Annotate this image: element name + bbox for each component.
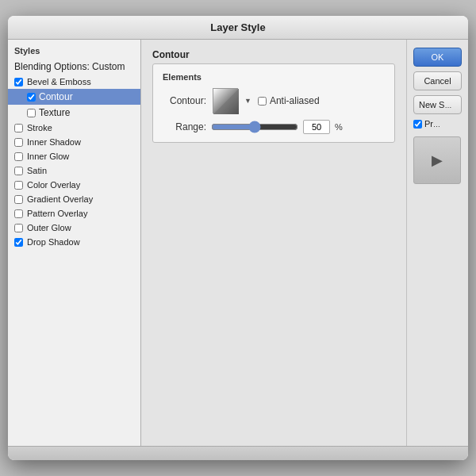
elements-section: Elements Contour:: [152, 63, 395, 143]
inner-shadow-checkbox[interactable]: [14, 138, 23, 147]
range-row: Range: %: [163, 120, 385, 134]
dialog-content: Styles Blending Options: Custom Bevel & …: [8, 40, 468, 446]
range-slider[interactable]: [211, 121, 298, 132]
main-content-panel: Contour Elements Contour:: [141, 40, 406, 446]
anti-aliased-label: Anti-aliased: [270, 95, 320, 106]
styles-header: Styles: [8, 43, 140, 59]
gradient-overlay-label: Gradient Overlay: [27, 194, 93, 204]
blending-options-label: Blending Options: Custom: [14, 61, 125, 72]
range-value-input[interactable]: [303, 120, 330, 134]
inner-shadow-label: Inner Shadow: [27, 137, 81, 147]
preview-box[interactable]: ▶: [413, 136, 461, 184]
sidebar-item-outer-glow[interactable]: Outer Glow: [8, 221, 140, 235]
sidebar-item-drop-shadow[interactable]: Drop Shadow: [8, 235, 140, 249]
sidebar-item-inner-shadow[interactable]: Inner Shadow: [8, 135, 140, 149]
contour-checkbox[interactable]: [27, 93, 36, 102]
sidebar-item-satin[interactable]: Satin: [8, 163, 140, 178]
gradient-overlay-checkbox[interactable]: [14, 195, 23, 204]
inner-glow-label: Inner Glow: [27, 152, 69, 161]
drop-shadow-label: Drop Shadow: [27, 237, 80, 247]
satin-checkbox[interactable]: [14, 167, 23, 175]
action-buttons-panel: OK Cancel New S… Pr… ▶: [406, 40, 468, 446]
bottom-bar: [8, 446, 468, 460]
preview-option[interactable]: Pr…: [413, 119, 462, 129]
bevel-emboss-label: Bevel & Emboss: [27, 77, 91, 86]
texture-label: Texture: [39, 107, 70, 118]
drop-shadow-checkbox[interactable]: [14, 238, 23, 247]
sidebar-item-stroke[interactable]: Stroke: [8, 121, 140, 135]
sidebar-item-inner-glow[interactable]: Inner Glow: [8, 149, 140, 163]
contour-label: Contour: [39, 91, 73, 102]
contour-thumbnail-svg: [213, 89, 239, 114]
dialog-title: Layer Style: [8, 16, 468, 40]
section-title: Contour: [152, 49, 395, 60]
sidebar-item-texture[interactable]: Texture: [8, 105, 140, 121]
new-style-button[interactable]: New S…: [413, 95, 462, 114]
styles-panel: Styles Blending Options: Custom Bevel & …: [8, 40, 141, 446]
color-overlay-checkbox[interactable]: [14, 181, 23, 190]
anti-aliased-checkbox[interactable]: [258, 97, 267, 106]
sidebar-item-blending-options[interactable]: Blending Options: Custom: [8, 59, 140, 75]
preview-checkbox[interactable]: [413, 120, 422, 129]
contour-row: Contour:: [163, 88, 385, 113]
range-label: Range:: [163, 121, 206, 132]
contour-thumbnail[interactable]: [213, 88, 238, 113]
outer-glow-label: Outer Glow: [27, 223, 71, 232]
contour-dropdown-arrow[interactable]: ▼: [244, 97, 251, 105]
ok-button[interactable]: OK: [413, 48, 462, 67]
anti-aliased-option[interactable]: Anti-aliased: [258, 95, 320, 106]
pattern-overlay-checkbox[interactable]: [14, 209, 23, 218]
sidebar-item-color-overlay[interactable]: Color Overlay: [8, 178, 140, 192]
preview-arrow-icon: ▶: [432, 152, 443, 169]
color-overlay-label: Color Overlay: [27, 180, 80, 190]
percent-symbol: %: [335, 122, 343, 132]
contour-field-label: Contour:: [163, 95, 206, 106]
sidebar-item-pattern-overlay[interactable]: Pattern Overlay: [8, 206, 140, 221]
sidebar-item-gradient-overlay[interactable]: Gradient Overlay: [8, 192, 140, 206]
stroke-checkbox[interactable]: [14, 124, 23, 132]
sidebar-item-bevel-emboss[interactable]: Bevel & Emboss: [8, 75, 140, 89]
preview-label: Pr…: [424, 119, 440, 129]
elements-title: Elements: [163, 72, 385, 82]
stroke-label: Stroke: [27, 123, 52, 132]
bevel-emboss-checkbox[interactable]: [14, 78, 23, 86]
cancel-button[interactable]: Cancel: [413, 71, 462, 90]
sidebar-item-contour[interactable]: Contour: [8, 89, 140, 105]
layer-style-dialog: Layer Style Styles Blending Options: Cus…: [8, 16, 468, 460]
pattern-overlay-label: Pattern Overlay: [27, 209, 87, 218]
satin-label: Satin: [27, 166, 47, 175]
texture-checkbox[interactable]: [27, 109, 36, 117]
inner-glow-checkbox[interactable]: [14, 152, 23, 161]
outer-glow-checkbox[interactable]: [14, 224, 23, 232]
